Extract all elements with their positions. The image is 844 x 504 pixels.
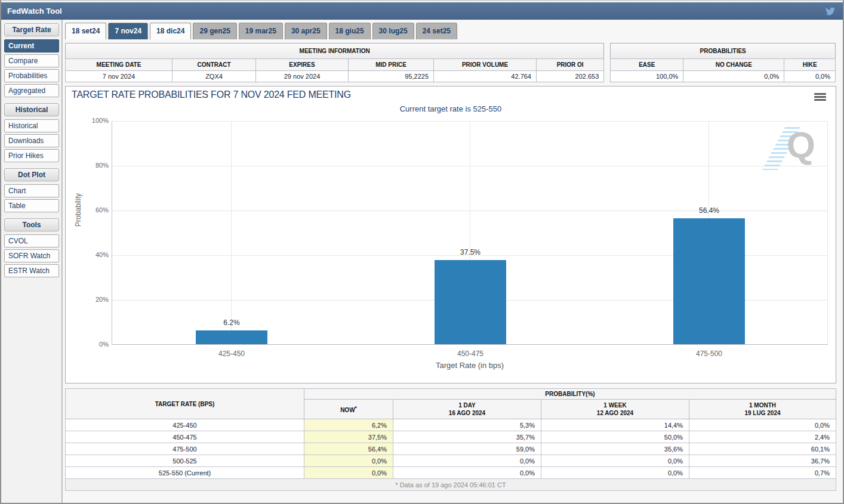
bar-value-label: 56.4% (590, 206, 828, 215)
prior-volume-value: 42.764 (434, 71, 537, 82)
table-row: 425-450 6,2% 5,3% 14,4% 0,0% (66, 419, 836, 431)
tab-18-dic24[interactable]: 18 dic24 (150, 23, 191, 39)
tab-18-set24[interactable]: 18 set24 (65, 23, 106, 39)
plot-area: 0% 20% 40% 60% 80% 100% 6.2% 425-450 (112, 121, 828, 345)
month-cell: 0,0% (689, 419, 836, 431)
bar-value-label: 37.5% (351, 248, 590, 256)
week-cell: 35,6% (541, 443, 689, 455)
sidebar-item-cvol[interactable]: CVOL (4, 234, 59, 248)
chart-title: TARGET RATE PROBABILITIES FOR 7 NOV 2024… (72, 89, 351, 100)
now-cell: 0,0% (304, 455, 393, 467)
period-label: 1 WEEK (545, 401, 685, 409)
col-prior-volume: PRIOR VOLUME (434, 59, 537, 71)
col-now: NOW* (304, 400, 393, 419)
col-contract: CONTRACT (173, 59, 256, 71)
now-cell: 6,2% (304, 419, 393, 431)
col-1-day: 1 DAY16 AGO 2024 (393, 400, 541, 419)
tab-30-lug25[interactable]: 30 lug25 (372, 23, 414, 39)
y-tick-20: 20% (67, 296, 109, 303)
tab-30-apr25[interactable]: 30 apr25 (285, 23, 327, 39)
tab-7-nov24[interactable]: 7 nov24 (108, 23, 148, 39)
expires-value: 29 nov 2024 (256, 71, 349, 82)
table-row: 450-475 37,5% 35,7% 50,0% 2,4% (66, 431, 836, 443)
info-row: MEETING INFORMATION MEETING DATE CONTRAC… (65, 43, 836, 82)
day-cell: 5,3% (393, 419, 541, 431)
week-cell: 0,0% (541, 455, 689, 467)
probability-chart: TARGET RATE PROBABILITIES FOR 7 NOV 2024… (65, 86, 836, 384)
no-change-value: 0,0% (683, 71, 784, 82)
mid-price-value: 95,2225 (349, 71, 434, 82)
y-tick-0: 0% (67, 341, 109, 348)
tab-18-giu25[interactable]: 18 giu25 (329, 23, 371, 39)
y-tick-100: 100% (67, 117, 109, 124)
bar-475-500[interactable] (673, 218, 745, 344)
sidebar-header-dot-plot: Dot Plot (4, 168, 59, 181)
col-no-change: NO CHANGE (683, 59, 784, 71)
x-tick-label: 450-475 (351, 350, 590, 358)
week-cell: 14,4% (541, 419, 689, 431)
col-mid-price: MID PRICE (349, 59, 434, 71)
twitter-icon[interactable] (825, 7, 836, 16)
sidebar-header-tools: Tools (4, 218, 59, 231)
watermark-q-icon: Q (787, 123, 815, 166)
sidebar-item-estr-watch[interactable]: ESTR Watch (4, 264, 59, 277)
col-1-week: 1 WEEK12 AGO 2024 (541, 400, 689, 419)
category-425-450: 6.2% 425-450 (112, 121, 351, 344)
tab-24-set25[interactable]: 24 set25 (416, 23, 457, 39)
month-cell: 2,4% (689, 431, 836, 443)
sidebar-item-historical[interactable]: Historical (4, 119, 59, 132)
month-cell: 60,1% (689, 443, 836, 455)
probabilities-table: PROBABILITIES EASE NO CHANGE HIKE 100,0%… (610, 43, 836, 82)
category-450-475: 37.5% 450-475 (351, 121, 590, 344)
x-axis-title: Target Rate (in bps) (112, 361, 828, 370)
col-ease: EASE (611, 59, 683, 71)
month-cell: 36,7% (689, 455, 836, 467)
bar-value-label: 6.2% (112, 319, 351, 327)
day-cell: 0,0% (393, 467, 541, 479)
now-label: NOW (340, 407, 355, 413)
sidebar-item-probabilities[interactable]: Probabilities (4, 69, 59, 82)
sidebar-item-chart[interactable]: Chart (4, 184, 59, 197)
quikstrike-watermark: Q (774, 123, 815, 171)
data-as-of-note: * Data as of 19 ago 2024 05:46:01 CT (66, 479, 836, 491)
sidebar-header-target-rate: Target Rate (4, 23, 59, 36)
table-row: 475-500 56,4% 59,0% 35,6% 60,1% (66, 443, 836, 455)
bar-425-450[interactable] (196, 330, 267, 344)
sidebar: Target Rate Current Compare Probabilitie… (1, 20, 62, 503)
hike-value: 0,0% (784, 71, 836, 82)
sidebar-item-table[interactable]: Table (4, 199, 59, 212)
period-date: 16 AGO 2024 (397, 409, 537, 417)
y-tick-40: 40% (67, 251, 109, 258)
sidebar-item-compare[interactable]: Compare (4, 54, 59, 67)
day-cell: 35,7% (393, 431, 541, 443)
sidebar-item-downloads[interactable]: Downloads (4, 134, 59, 147)
week-cell: 50,0% (541, 431, 689, 443)
app-title: FedWatch Tool (7, 7, 62, 16)
sidebar-item-prior-hikes[interactable]: Prior Hikes (4, 149, 59, 162)
period-date: 19 LUG 2024 (693, 409, 832, 417)
tab-19-mar25[interactable]: 19 mar25 (239, 23, 283, 39)
sidebar-item-current[interactable]: Current (4, 39, 59, 52)
rate-cell: 500-525 (66, 455, 304, 467)
footer-row: * Data as of 19 ago 2024 05:46:01 CT (66, 479, 836, 491)
now-cell: 56,4% (304, 443, 393, 455)
col-meeting-date: MEETING DATE (66, 59, 173, 71)
sidebar-header-historical: Historical (4, 103, 59, 116)
col-group-probability: PROBABILITY(%) (304, 389, 836, 400)
top-bar: FedWatch Tool (1, 2, 843, 20)
bar-450-475[interactable] (435, 260, 506, 344)
sidebar-item-aggregated[interactable]: Aggregated (4, 84, 59, 97)
tab-29-gen25[interactable]: 29 gen25 (193, 23, 236, 39)
rate-cell: 475-500 (66, 443, 304, 455)
x-tick-label: 475-500 (590, 350, 828, 358)
meeting-tabs: 18 set24 7 nov24 18 dic24 29 gen25 19 ma… (65, 22, 836, 39)
chart-export-menu-icon[interactable] (814, 93, 826, 102)
chart-subtitle: Current target rate is 525-550 (66, 104, 836, 113)
probability-history-panel: TARGET RATE (BPS) PROBABILITY(%) NOW* 1 … (65, 388, 836, 491)
col-hike: HIKE (784, 59, 836, 71)
week-cell: 0,0% (541, 467, 689, 479)
probabilities-title: PROBABILITIES (610, 43, 836, 58)
period-date: 12 AGO 2024 (545, 409, 685, 417)
month-cell: 0,7% (689, 467, 836, 479)
sidebar-item-sofr-watch[interactable]: SOFR Watch (4, 249, 59, 262)
